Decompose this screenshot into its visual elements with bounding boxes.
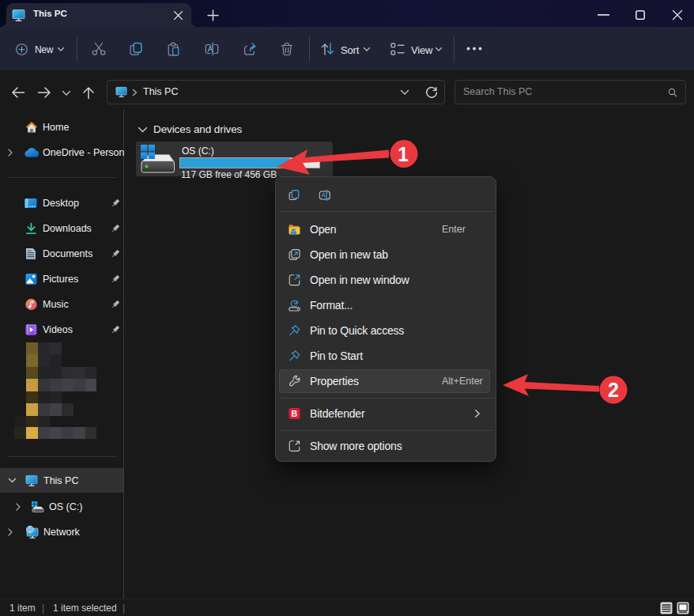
svg-text:2: 2: [608, 379, 619, 401]
svg-text:B: B: [292, 409, 298, 418]
svg-text:1: 1: [398, 143, 409, 165]
